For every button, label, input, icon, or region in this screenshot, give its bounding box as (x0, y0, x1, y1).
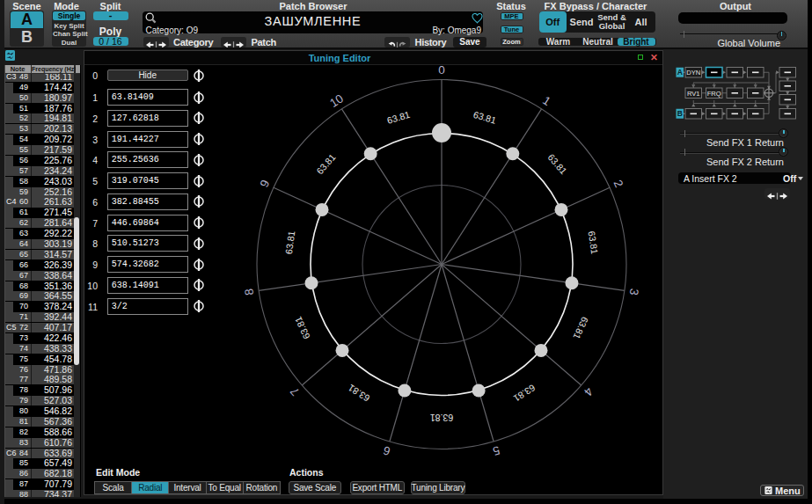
svg-text:63.81: 63.81 (293, 315, 312, 340)
svg-text:63.81: 63.81 (386, 108, 412, 125)
svg-text:DYN: DYN (686, 69, 700, 77)
svg-text:3: 3 (627, 288, 641, 296)
svg-text:10: 10 (327, 91, 346, 110)
svg-text:0: 0 (438, 63, 445, 77)
svg-text:63.81: 63.81 (472, 108, 498, 125)
svg-text:63.81: 63.81 (545, 151, 569, 176)
svg-text:63.81: 63.81 (571, 315, 590, 340)
svg-text:A: A (677, 68, 683, 77)
svg-text:63.81: 63.81 (314, 151, 338, 176)
svg-text:63.81: 63.81 (587, 230, 601, 254)
svg-text:63.81: 63.81 (512, 382, 538, 403)
svg-text:63.81: 63.81 (283, 230, 297, 254)
svg-text:8: 8 (242, 288, 256, 296)
svg-text:B: B (677, 109, 683, 118)
svg-text:1: 1 (540, 93, 552, 108)
svg-text:FRQ: FRQ (707, 90, 721, 98)
svg-text:63.81: 63.81 (346, 382, 371, 403)
svg-text:5: 5 (492, 443, 501, 458)
svg-text:RV1: RV1 (687, 90, 700, 98)
svg-text:6: 6 (382, 443, 391, 458)
svg-text:9: 9 (258, 178, 273, 189)
svg-text:4: 4 (582, 384, 596, 398)
svg-text:7: 7 (288, 384, 302, 398)
svg-text:2: 2 (611, 178, 626, 189)
svg-text:63.81: 63.81 (430, 412, 454, 422)
